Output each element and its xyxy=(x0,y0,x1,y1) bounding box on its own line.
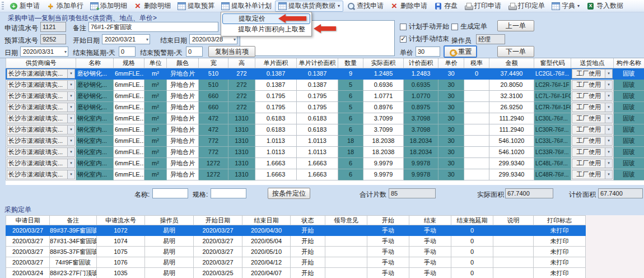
cell-unit[interactable]: m² xyxy=(144,113,167,124)
cell-start-mode[interactable]: 手动 xyxy=(367,236,409,247)
toolbar-button[interactable]: 删除申请▾ xyxy=(387,1,431,12)
cell-actual-area[interactable]: 0.8976 xyxy=(363,101,404,113)
cell-operator[interactable]: 易明 xyxy=(145,257,194,268)
cell-start-date[interactable]: 2020/03/27 xyxy=(194,236,242,247)
detail-row[interactable]: 长沙市潇湘玻璃实...▾ 钢化室内... 6mmFLE... m² 异地合片 4… xyxy=(6,113,644,124)
cell-height[interactable]: 1310 xyxy=(228,135,255,146)
supplier-combobox[interactable]: 长沙市潇湘玻璃实...▾ xyxy=(7,114,75,123)
cell-tax[interactable]: 0 xyxy=(464,68,489,79)
cell-start-mode[interactable]: 手动 xyxy=(367,225,409,236)
delivery-combobox[interactable]: 工厂使用▾ xyxy=(572,103,613,112)
delivery-combobox[interactable]: 工厂使用▾ xyxy=(572,91,613,101)
column-header[interactable]: 单片面积 xyxy=(255,58,297,68)
cell-note[interactable]: 88#23-27F门顶玻 xyxy=(50,268,97,278)
toolbar-button[interactable]: 新申请▾ xyxy=(6,1,43,12)
column-header[interactable]: 结束 xyxy=(409,216,451,225)
cell-unit-price[interactable]: 30 xyxy=(438,113,464,124)
cell-end-date[interactable]: 2020/04/07 xyxy=(242,268,291,278)
cell-actual-area[interactable]: 0.6936 xyxy=(363,79,404,90)
cell-window-code[interactable]: LC7L-76#-1FO xyxy=(534,90,571,101)
cell-serial[interactable]: 1076 xyxy=(97,257,145,268)
cell-unit[interactable]: m² xyxy=(144,68,167,79)
cell-window-code[interactable]: LC48R-76#... xyxy=(534,169,571,180)
order-row[interactable]: 2020/03/27 89#37-39F窗固玻 1072 易明 2020/03/… xyxy=(6,225,586,236)
cell-qty[interactable]: 6 xyxy=(338,169,363,180)
cell-piece-area[interactable]: 0.6183 xyxy=(255,124,297,135)
cell-color[interactable]: 异地合片 xyxy=(167,146,199,157)
cell-request-date[interactable]: 2020/03/27 xyxy=(6,225,50,236)
gen-order-checkbox[interactable]: 生成定单 xyxy=(451,22,487,31)
supplier-combobox[interactable]: 长沙市潇湘玻璃实...▾ xyxy=(7,159,75,168)
cell-height[interactable]: 272 xyxy=(228,90,255,101)
cell-print-flag[interactable]: 未打印 xyxy=(534,268,586,278)
cell-color[interactable]: 异地合片 xyxy=(167,135,199,146)
cell-window-code[interactable]: LC2GL-76#... xyxy=(534,68,571,79)
cell-width[interactable]: 1272 xyxy=(199,157,228,169)
cell-memo[interactable] xyxy=(493,247,534,257)
cell-print-flag[interactable]: 未打印 xyxy=(534,257,586,268)
toolbar-button[interactable]: 添加明细▾ xyxy=(87,1,130,12)
cell-qty[interactable]: 18 xyxy=(338,146,363,157)
column-header[interactable]: 实际面积 xyxy=(363,58,404,68)
cell-tax[interactable] xyxy=(464,101,489,113)
toolbar-button[interactable]: 查找申请▾ xyxy=(343,1,387,12)
cell-status[interactable]: 开始 xyxy=(291,247,325,257)
cell-part-name[interactable]: 固玻 xyxy=(614,146,644,157)
cell-serial[interactable]: 1074 xyxy=(97,236,145,247)
column-header[interactable]: 申请流水号 xyxy=(97,216,145,225)
cell-piece-calc-area[interactable]: 0.1795 xyxy=(297,90,338,101)
cell-part-name[interactable]: 固玻 xyxy=(614,113,644,124)
cell-piece-area[interactable]: 1.0113 xyxy=(255,135,297,146)
cell-window-code[interactable]: LC48L-76#... xyxy=(534,157,571,169)
toolbar-button[interactable]: 打印申请▾ xyxy=(461,1,505,12)
cell-piece-calc-area[interactable]: 0.1795 xyxy=(297,101,338,113)
cell-calc-area[interactable]: 9.9978 xyxy=(404,157,438,169)
detail-row[interactable]: 长沙市潇湘玻璃实...▾ 钢化室内... 6mmFLE... m² 异地合片 7… xyxy=(6,146,644,157)
cell-actual-area[interactable]: 1.2485 xyxy=(363,68,404,79)
column-header[interactable]: 宽 xyxy=(199,58,228,68)
order-row[interactable]: 2020/03/24 88#23-27F门顶玻 1035 易明 2020/03/… xyxy=(6,268,586,278)
column-header[interactable]: 送货地点 xyxy=(571,58,614,68)
cell-unit-price[interactable]: 30 xyxy=(438,79,464,90)
locate-button[interactable]: 按条件定位 xyxy=(268,188,310,199)
column-header[interactable]: 领导意见 xyxy=(325,216,367,225)
column-header[interactable]: 供货商编号 xyxy=(6,58,76,68)
cell-calc-area[interactable]: 0.8975 xyxy=(404,101,438,113)
cell-delay[interactable]: 0 xyxy=(451,257,493,268)
cell-tax[interactable] xyxy=(464,113,489,124)
cell-unit-price[interactable]: 30 xyxy=(438,146,464,157)
cell-end-date[interactable]: 2020/04/12 xyxy=(242,257,291,268)
cell-delay[interactable]: 0 xyxy=(451,247,493,257)
supplier-combobox[interactable]: 长沙市潇湘玻璃实...▾ xyxy=(7,125,75,135)
cell-amount[interactable]: 299.9340 xyxy=(489,169,534,180)
cell-amount[interactable]: 26.9250 xyxy=(489,101,534,113)
cell-request-date[interactable]: 2020/03/24 xyxy=(6,268,50,278)
cell-height[interactable]: 272 xyxy=(228,79,255,90)
start-date-picker[interactable]: 2020/03/21▾ xyxy=(102,34,150,44)
note-input[interactable]: 76#1-2F窗固玻 xyxy=(88,22,218,32)
cell-name[interactable]: 磨砂钢化... xyxy=(76,90,114,101)
cell-unit-price[interactable]: 30 xyxy=(438,169,464,180)
column-header[interactable]: 开始 xyxy=(367,216,409,225)
cell-width[interactable]: 772 xyxy=(199,135,228,146)
unit-price-input[interactable]: 30 xyxy=(416,47,440,57)
cell-delay[interactable]: 0 xyxy=(451,236,493,247)
cell-name[interactable]: 钢化室内... xyxy=(76,124,114,135)
toolbar-button[interactable]: 提取供货商数据▾ xyxy=(275,1,343,12)
manual-end-checkbox[interactable]: 计划手动结束 xyxy=(400,34,449,44)
column-header[interactable]: 颜色 xyxy=(167,58,199,68)
filter-name-input[interactable] xyxy=(152,188,188,198)
toolbar-button[interactable]: 打印定单▾ xyxy=(505,1,548,12)
cell-start-mode[interactable]: 手动 xyxy=(367,247,409,257)
cell-opinion[interactable] xyxy=(325,257,367,268)
cell-start-date[interactable]: 2020/03/27 xyxy=(194,257,242,268)
cell-opinion[interactable] xyxy=(325,236,367,247)
cell-tax[interactable] xyxy=(464,169,489,180)
column-header[interactable]: 高 xyxy=(228,58,255,68)
cell-piece-calc-area[interactable]: 1.6663 xyxy=(297,169,338,180)
cell-unit[interactable]: m² xyxy=(144,146,167,157)
supplier-combobox[interactable]: 长沙市潇湘玻璃实...▾ xyxy=(7,69,75,78)
toolbar-button[interactable]: 提取补单计划▾ xyxy=(218,1,275,12)
delivery-combobox[interactable]: 工厂使用▾ xyxy=(572,170,613,179)
cell-height[interactable]: 272 xyxy=(228,68,255,79)
